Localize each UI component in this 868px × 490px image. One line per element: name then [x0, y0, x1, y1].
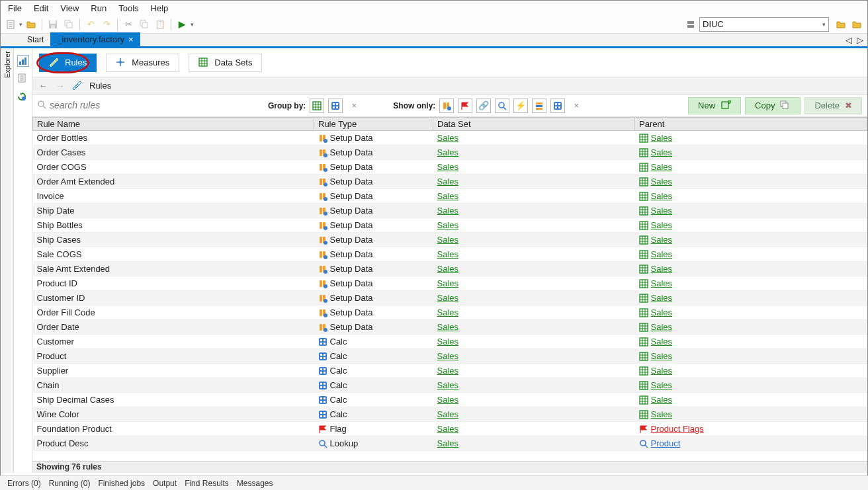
- copy-button[interactable]: Copy: [745, 97, 801, 114]
- table-row[interactable]: Order Fill CodeSetup DataSalesSales: [33, 306, 867, 320]
- forward-button[interactable]: →: [55, 81, 65, 91]
- parent-link[interactable]: Sales: [651, 264, 673, 274]
- menu-run[interactable]: Run: [85, 2, 112, 15]
- dataset-link[interactable]: Sales: [437, 177, 459, 186]
- parent-link[interactable]: Sales: [651, 235, 673, 245]
- cut-button[interactable]: ✂: [121, 17, 136, 32]
- breadcrumb-current[interactable]: Rules: [89, 81, 111, 91]
- table-row[interactable]: Order COGSSetup DataSalesSales: [33, 160, 867, 175]
- table-row[interactable]: Foundation ProductFlagSalesProduct Flags: [33, 422, 867, 436]
- redo-button[interactable]: ↷: [99, 17, 114, 32]
- showonly-clear[interactable]: ×: [569, 99, 584, 113]
- search-input[interactable]: [50, 100, 236, 110]
- refresh-icon[interactable]: [17, 92, 29, 104]
- parent-link[interactable]: Sales: [651, 322, 673, 332]
- table-row[interactable]: Order DateSetup DataSalesSales: [33, 320, 867, 335]
- parent-link[interactable]: Sales: [651, 191, 673, 201]
- document-icon[interactable]: [17, 73, 29, 85]
- filter-flag-button[interactable]: [458, 99, 472, 113]
- table-row[interactable]: Ship CasesSetup DataSalesSales: [33, 233, 867, 247]
- filter-lookup-button[interactable]: [495, 99, 509, 113]
- explorer-label[interactable]: Explorer: [3, 51, 11, 78]
- dataset-link[interactable]: Sales: [437, 220, 459, 230]
- menu-view[interactable]: View: [54, 2, 85, 15]
- parent-link[interactable]: Sales: [651, 147, 673, 157]
- parent-link[interactable]: Sales: [651, 380, 673, 390]
- chart-icon[interactable]: [17, 55, 29, 67]
- table-row[interactable]: InvoiceSetup DataSalesSales: [33, 189, 867, 204]
- groupby-grid-button[interactable]: [310, 99, 324, 113]
- dataset-link[interactable]: Sales: [437, 424, 459, 434]
- undo-button[interactable]: ↶: [83, 17, 98, 32]
- col-dataset[interactable]: Data Set: [433, 118, 635, 131]
- dataset-link[interactable]: Sales: [437, 264, 459, 274]
- parent-link[interactable]: Sales: [651, 293, 673, 303]
- parent-link[interactable]: Sales: [651, 249, 673, 259]
- rules-tab[interactable]: Rules: [39, 54, 97, 72]
- menu-file[interactable]: File: [2, 2, 28, 15]
- groupby-type-button[interactable]: [328, 99, 343, 113]
- table-row[interactable]: Ship DateSetup DataSalesSales: [33, 204, 867, 218]
- dataset-link[interactable]: Sales: [437, 278, 459, 288]
- server-select[interactable]: DIUC ▾: [699, 17, 829, 32]
- tab-inventory-factory[interactable]: _inventory.factory×: [50, 32, 140, 46]
- back-button[interactable]: ←: [38, 81, 48, 91]
- menu-tools[interactable]: Tools: [112, 2, 144, 15]
- new-file-button[interactable]: [3, 17, 18, 32]
- dataset-link[interactable]: Sales: [437, 337, 459, 347]
- parent-link[interactable]: Product Flags: [651, 424, 704, 434]
- dataset-link[interactable]: Sales: [437, 235, 459, 245]
- table-row[interactable]: Ship Decimal CasesCalcSalesSales: [33, 393, 867, 407]
- dataset-link[interactable]: Sales: [437, 293, 459, 303]
- table-row[interactable]: Order BottlesSetup DataSalesSales: [33, 131, 867, 145]
- table-row[interactable]: Product IDSetup DataSalesSales: [33, 276, 867, 291]
- dataset-link[interactable]: Sales: [437, 395, 459, 405]
- datasets-tab[interactable]: Data Sets: [189, 54, 262, 72]
- table-row[interactable]: Order Amt ExtendedSetup DataSalesSales: [33, 175, 867, 189]
- filter-setup-button[interactable]: [439, 99, 454, 113]
- save-button[interactable]: [46, 17, 60, 32]
- parent-link[interactable]: Sales: [651, 307, 673, 317]
- dataset-link[interactable]: Sales: [437, 322, 459, 332]
- close-icon[interactable]: ×: [128, 34, 134, 44]
- dropdown-caret-icon[interactable]: ▾: [19, 21, 22, 28]
- dataset-link[interactable]: Sales: [437, 409, 459, 419]
- paste-button[interactable]: 📋: [153, 17, 167, 32]
- parent-link[interactable]: Sales: [651, 366, 673, 376]
- dataset-link[interactable]: Sales: [437, 133, 459, 143]
- delete-button[interactable]: Delete✖: [804, 97, 862, 114]
- table-row[interactable]: Order CasesSetup DataSalesSales: [33, 145, 867, 160]
- parent-link[interactable]: Sales: [651, 409, 673, 419]
- table-row[interactable]: Sale Amt ExtendedSetup DataSalesSales: [33, 262, 867, 276]
- dataset-link[interactable]: Sales: [437, 307, 459, 317]
- table-row[interactable]: ProductCalcSalesSales: [33, 349, 867, 364]
- save-all-button[interactable]: [62, 17, 76, 32]
- filter-link-button[interactable]: 🔗: [476, 99, 491, 113]
- dataset-link[interactable]: Sales: [437, 351, 459, 361]
- parent-link[interactable]: Product: [651, 438, 681, 448]
- dataset-link[interactable]: Sales: [437, 162, 459, 172]
- parent-link[interactable]: Sales: [651, 395, 673, 405]
- bottom-messages[interactable]: Messages: [234, 477, 277, 489]
- explore-button[interactable]: [850, 17, 865, 32]
- parent-link[interactable]: Sales: [651, 351, 673, 361]
- connect-button[interactable]: [834, 17, 849, 32]
- menu-edit[interactable]: Edit: [28, 2, 54, 15]
- parent-link[interactable]: Sales: [651, 133, 673, 143]
- dataset-link[interactable]: Sales: [437, 191, 459, 201]
- col-parent[interactable]: Parent: [635, 118, 867, 131]
- parent-link[interactable]: Sales: [651, 162, 673, 172]
- dataset-link[interactable]: Sales: [437, 147, 459, 157]
- dataset-link[interactable]: Sales: [437, 366, 459, 376]
- open-folder-button[interactable]: [24, 17, 38, 32]
- filter-list-button[interactable]: [532, 99, 546, 113]
- filter-calc-button[interactable]: [550, 99, 565, 113]
- table-row[interactable]: Customer IDSetup DataSalesSales: [33, 291, 867, 306]
- dataset-link[interactable]: Sales: [437, 380, 459, 390]
- parent-link[interactable]: Sales: [651, 220, 673, 230]
- dataset-link[interactable]: Sales: [437, 206, 459, 216]
- measures-tab[interactable]: Measures: [106, 54, 179, 72]
- dataset-link[interactable]: Sales: [437, 249, 459, 259]
- new-button[interactable]: New: [688, 97, 741, 114]
- explorer-rail[interactable]: Explorer: [1, 48, 14, 473]
